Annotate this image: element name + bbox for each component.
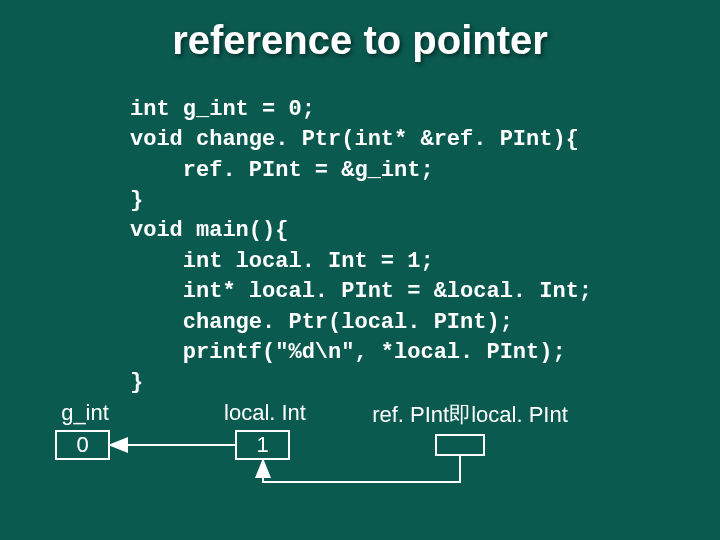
slide-title: reference to pointer [0,0,720,63]
diagram: g_int 0 local. Int 1 ref. PInt即local. PI… [55,400,675,495]
slide: reference to pointer int g_int = 0; void… [0,0,720,540]
code-block: int g_int = 0; void change. Ptr(int* &re… [130,95,592,399]
diagram-arrows [55,400,675,495]
